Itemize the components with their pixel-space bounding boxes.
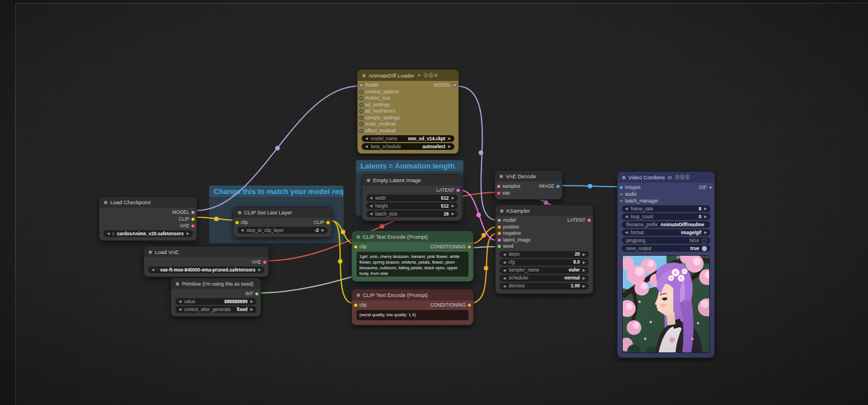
prev-arrow-icon[interactable]: ◀ [365, 144, 368, 149]
prev-arrow-icon[interactable]: ◀ [503, 252, 506, 257]
widget-stop-at-clip-layer[interactable]: ◀ stop_at_clip_layer -2 ▶ [237, 227, 328, 234]
widget-beta-schedule[interactable]: ◀ beta_schedule autoselect ▶ [362, 143, 454, 150]
model-output-port[interactable] [191, 210, 195, 214]
ad-keyframes-input-port[interactable] [359, 109, 363, 113]
collapse-dot-icon[interactable] [500, 209, 504, 213]
seed-input-port[interactable] [497, 244, 501, 248]
collapse-dot-icon[interactable] [104, 201, 107, 204]
node-animatediff-loader[interactable]: AnimateDiff Loader ✦ ⒶⒹ① model MODEL con… [357, 70, 459, 154]
latent-output-port[interactable] [456, 188, 460, 192]
widget-width[interactable]: ◀ width 512 ▶ [366, 195, 458, 201]
collapse-dot-icon[interactable] [176, 282, 179, 286]
node-header[interactable]: Load Checkpoint [99, 197, 197, 208]
prev-arrow-icon[interactable]: ◀ [370, 196, 372, 200]
widget-save-output-toggle[interactable]: save_output true [622, 245, 710, 252]
widget-filename-prefix[interactable]: filename_prefix AnimateDiff/readme [622, 221, 710, 228]
node-header[interactable]: Empty Latent Image [362, 175, 462, 186]
prev-arrow-icon[interactable]: ◀ [370, 212, 372, 216]
clip-output-port[interactable] [191, 217, 195, 221]
collapse-dot-icon[interactable] [500, 175, 503, 178]
widget-pingpong-toggle[interactable]: pingpong false [622, 237, 710, 244]
collapse-dot-icon[interactable] [149, 251, 152, 254]
batch-manager-input-port[interactable] [619, 199, 623, 203]
widget-model-name[interactable]: ◀ model_name mm_sd_v14.ckpt ▶ [362, 135, 454, 142]
vae-output-port[interactable] [263, 260, 267, 264]
sample-settings-input-port[interactable] [359, 116, 363, 120]
next-arrow-icon[interactable]: ▶ [452, 196, 454, 200]
prompt-textarea[interactable]: 1girl, solo, cherry blossom, hanami, pin… [356, 251, 469, 277]
clip-input-port[interactable] [354, 245, 358, 249]
widget-value[interactable]: ◀ value 888888889 ▶ [175, 298, 257, 305]
node-header[interactable]: CLIP Set Last Layer [233, 207, 332, 218]
node-load-checkpoint[interactable]: Load Checkpoint MODEL CLIP VAE ◀ ckpt_na… [99, 196, 197, 241]
conditioning-output-port[interactable] [467, 245, 471, 249]
images-input-port[interactable] [619, 186, 623, 189]
prev-arrow-icon[interactable]: ◀ [151, 268, 154, 272]
next-arrow-icon[interactable]: ▶ [583, 252, 585, 257]
next-arrow-icon[interactable]: ▶ [704, 214, 707, 219]
node-header[interactable]: CLIP Text Encode (Prompt) [352, 231, 473, 242]
next-arrow-icon[interactable]: ▶ [452, 212, 454, 216]
clip-output-port[interactable] [326, 221, 330, 225]
prev-arrow-icon[interactable]: ◀ [503, 268, 506, 273]
node-header[interactable]: Load VAE [144, 247, 268, 257]
node-header[interactable]: VAE Decode [495, 171, 562, 182]
group-title[interactable]: Latents = Animation length [356, 160, 463, 171]
collapse-dot-icon[interactable] [357, 294, 360, 297]
toggle-knob-on[interactable] [702, 246, 707, 251]
model-input-port[interactable] [359, 83, 363, 87]
collapse-dot-icon[interactable] [367, 179, 370, 182]
node-clip-text-encode-negative[interactable]: CLIP Text Encode (Prompt) clip CONDITION… [351, 289, 474, 325]
next-arrow-icon[interactable]: ▶ [186, 231, 189, 236]
image-output-port[interactable] [556, 184, 560, 188]
model-output-port[interactable] [453, 83, 457, 87]
node-load-vae[interactable]: Load VAE VAE ◀ vae_name vae-ft-mse-84000… [144, 246, 269, 277]
prev-arrow-icon[interactable]: ◀ [503, 284, 506, 288]
collapse-dot-icon[interactable] [622, 176, 626, 179]
latent-image-input-port[interactable] [497, 238, 501, 242]
toggle-knob-off[interactable] [702, 238, 707, 243]
node-clip-set-last-layer[interactable]: CLIP Set Last Layer clip CLIP ◀ stop_at_… [233, 206, 332, 238]
clip-input-port[interactable] [354, 303, 358, 307]
conditioning-output-port[interactable] [467, 303, 471, 307]
prev-arrow-icon[interactable]: ◀ [370, 204, 372, 208]
prev-arrow-icon[interactable]: ◀ [365, 136, 368, 141]
collapse-dot-icon[interactable] [357, 235, 360, 239]
vae-output-port[interactable] [191, 224, 195, 228]
positive-input-port[interactable] [497, 225, 501, 229]
widget-loop-count[interactable]: ◀ loop_count 0 ▶ [622, 213, 710, 220]
latent-output-port[interactable] [587, 218, 591, 222]
next-arrow-icon[interactable]: ▶ [583, 268, 585, 273]
widget-format[interactable]: ◀ format image/gif ▶ [622, 229, 710, 236]
collapse-dot-icon[interactable] [362, 74, 366, 77]
widget-vae-name[interactable]: ◀ vae_name vae-ft-mse-840000-ema-pruned.… [148, 266, 264, 273]
widget-batch-size[interactable]: ◀ batch_size 16 ▶ [366, 210, 458, 217]
widget-ckpt-name[interactable]: ◀ ckpt_name cardosAnime_v20.safetensors … [103, 230, 193, 237]
node-header[interactable]: AnimateDiff Loader ✦ ⒶⒹ① [358, 70, 458, 81]
node-primitive-seed[interactable]: Primitive (I'm using this as seed) INT ◀… [171, 278, 261, 317]
node-video-combine[interactable]: Video Combine ▤ ⓋⒽⓈ images GIF audio bat… [617, 171, 715, 358]
int-output-port[interactable] [255, 292, 259, 296]
widget-steps[interactable]: ◀ steps 20 ▶ [500, 251, 589, 258]
next-arrow-icon[interactable]: ▶ [583, 260, 585, 265]
node-header[interactable]: Video Combine ▤ ⓋⒽⓈ [618, 172, 714, 183]
vae-input-port[interactable] [497, 191, 501, 195]
next-arrow-icon[interactable]: ▶ [448, 136, 451, 141]
gif-output-port[interactable] [709, 186, 712, 189]
node-vae-decode[interactable]: VAE Decode samples IMAGE vae [494, 170, 562, 200]
prev-arrow-icon[interactable]: ◀ [625, 214, 628, 219]
samples-input-port[interactable] [497, 184, 501, 188]
collapse-dot-icon[interactable] [238, 211, 241, 214]
node-header[interactable]: KSampler [496, 205, 593, 216]
effect-multival-input-port[interactable] [359, 129, 363, 133]
widget-denoise[interactable]: ◀ denoise 1.00 ▶ [500, 283, 589, 290]
node-ksampler[interactable]: KSampler model LATENT positive negative … [495, 205, 593, 294]
widget-control-after-generate[interactable]: ◀ control_after_generate fixed ▶ [175, 306, 257, 313]
widget-frame-rate[interactable]: ◀ frame_rate 8 ▶ [622, 205, 710, 212]
widget-scheduler[interactable]: ◀ scheduler normal ▶ [500, 275, 589, 282]
widget-sampler-name[interactable]: ◀ sampler_name euler ▶ [500, 267, 589, 274]
next-arrow-icon[interactable]: ▶ [583, 276, 585, 281]
scale-multival-input-port[interactable] [359, 122, 363, 126]
prev-arrow-icon[interactable]: ◀ [179, 307, 181, 312]
motion-lora-input-port[interactable] [359, 96, 363, 100]
